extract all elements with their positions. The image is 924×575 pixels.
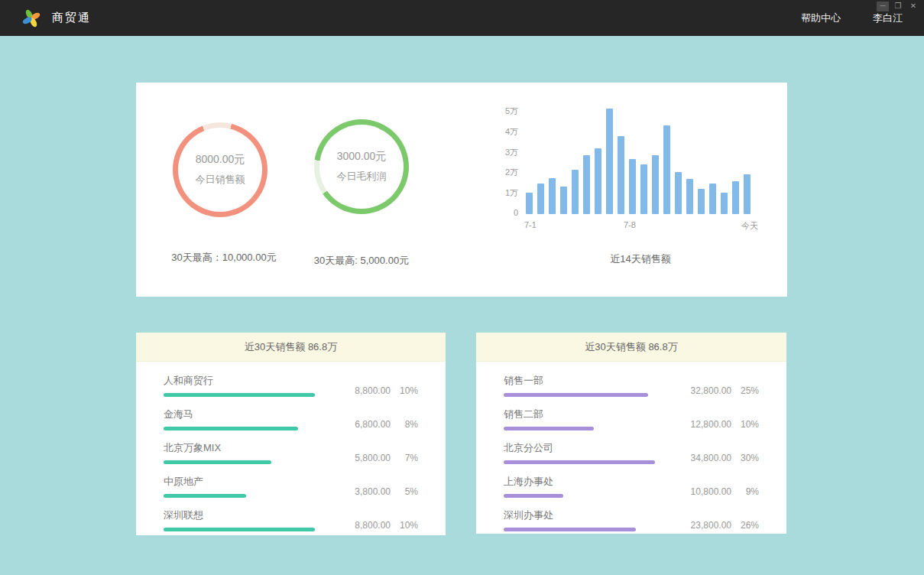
- item-progress-bar: [504, 528, 636, 531]
- item-progress-bar: [164, 528, 315, 531]
- item-percent: 9%: [731, 486, 759, 497]
- item-name: 销售二部: [504, 408, 676, 421]
- today-profit-donut: 3000.00元 今日毛利润: [314, 119, 409, 214]
- sales-bar: [572, 170, 579, 214]
- item-amount: 32,800.00: [676, 385, 731, 396]
- item-amount: 6,800.00: [336, 419, 391, 430]
- department-row: 深圳办事处23,800.0026%: [504, 508, 759, 531]
- item-amount: 8,800.00: [336, 385, 391, 396]
- minimize-button[interactable]: ─: [877, 2, 889, 11]
- department-row: 上海办事处10,800.009%: [504, 475, 759, 498]
- customer-row: 深圳联想8,800.0010%: [164, 508, 418, 531]
- item-progress-bar: [164, 393, 315, 397]
- item-percent: 30%: [731, 453, 759, 463]
- user-name-link[interactable]: 李白江: [873, 11, 903, 25]
- item-percent: 25%: [731, 385, 759, 396]
- item-name: 销售一部: [504, 374, 676, 388]
- x-tick: 今天: [741, 220, 758, 232]
- sales-bar: [721, 193, 728, 214]
- sales-bar: [537, 184, 544, 214]
- item-progress-bar: [164, 494, 246, 498]
- sales-bar: [618, 136, 624, 214]
- item-amount: 34,800.00: [676, 453, 731, 463]
- sales-bar: [663, 125, 670, 214]
- sales-bar: [732, 181, 739, 214]
- today-sales-value: 8000.00元: [196, 153, 245, 167]
- department-row: 北京分公司34,800.0030%: [504, 441, 759, 464]
- chart-x-axis: 7-1 7-8 今天: [526, 220, 755, 237]
- today-profit-donut-block: 3000.00元 今日毛利润: [314, 119, 409, 214]
- item-name: 北京万象MIX: [164, 441, 336, 455]
- sales-bar: [744, 174, 751, 214]
- x-tick: 7-1: [524, 220, 537, 229]
- sales-14d-chart: 5万4万3万2万1万0 7-1 7-8 今天 近14天销售额: [495, 106, 755, 266]
- department-row: 销售二部12,800.0010%: [504, 408, 759, 430]
- y-tick: 2万: [505, 167, 518, 178]
- profit-30d-max: 30天最高: 5,000.00元: [274, 254, 449, 268]
- x-tick: 7-8: [624, 220, 636, 229]
- sales-bar: [652, 155, 659, 214]
- titlebar: 商贸通 帮助中心 李白江: [0, 0, 924, 36]
- item-name: 深圳联想: [164, 508, 336, 522]
- customer-row: 中原地产3,800.005%: [164, 475, 418, 498]
- close-button[interactable]: ✕: [907, 2, 919, 11]
- sales-bar: [583, 155, 590, 214]
- y-tick: 3万: [505, 147, 518, 158]
- today-profit-value: 3000.00元: [337, 150, 387, 164]
- customers-list: 人和商贸行8,800.0010%金海马6,800.008%北京万象MIX5,80…: [136, 362, 446, 531]
- customer-row: 人和商贸行8,800.0010%: [164, 374, 418, 397]
- item-percent: 5%: [391, 486, 418, 497]
- item-name: 北京分公司: [504, 441, 676, 455]
- item-amount: 5,800.00: [336, 453, 391, 463]
- sales-bar: [629, 159, 636, 214]
- summary-card: 8000.00元 今日销售额 30天最高：10,000.00元 3000.00元…: [136, 83, 787, 297]
- item-name: 深圳办事处: [504, 508, 676, 522]
- item-percent: 10%: [731, 419, 759, 430]
- sales-bar: [640, 164, 647, 214]
- today-sales-label: 今日销售额: [196, 173, 245, 187]
- item-progress-bar: [504, 494, 563, 498]
- sales-bar: [709, 184, 716, 214]
- item-amount: 10,800.00: [676, 486, 731, 497]
- sales-bar: [526, 193, 533, 214]
- item-percent: 10%: [391, 520, 418, 531]
- app-logo-icon: [21, 8, 41, 28]
- today-sales-donut: 8000.00元 今日销售额: [173, 122, 267, 217]
- customers-sales-card: 近30天销售额 86.8万 人和商贸行8,800.0010%金海马6,800.0…: [136, 333, 446, 535]
- item-progress-bar: [164, 460, 271, 464]
- help-center-link[interactable]: 帮助中心: [801, 11, 841, 25]
- departments-list: 销售一部32,800.0025%销售二部12,800.0010%北京分公司34,…: [476, 362, 786, 531]
- sales-bar: [675, 172, 682, 214]
- item-name: 上海办事处: [504, 475, 676, 489]
- item-percent: 8%: [391, 419, 418, 430]
- customer-row: 金海马6,800.008%: [164, 408, 418, 430]
- item-progress-bar: [504, 460, 655, 464]
- item-amount: 8,800.00: [336, 520, 391, 531]
- today-sales-donut-block: 8000.00元 今日销售额: [173, 122, 267, 217]
- y-tick: 1万: [505, 187, 518, 199]
- sales-bar: [606, 109, 613, 214]
- item-amount: 3,800.00: [336, 486, 391, 497]
- maximize-button[interactable]: ❐: [892, 2, 904, 11]
- item-name: 中原地产: [164, 475, 336, 489]
- departments-sales-card: 近30天销售额 86.8万 销售一部32,800.0025%销售二部12,800…: [476, 333, 786, 534]
- sales-bar: [560, 187, 567, 214]
- window-controls: ─ ❐ ✕: [877, 2, 919, 11]
- y-tick: 0: [514, 208, 518, 217]
- customer-row: 北京万象MIX5,800.007%: [164, 441, 418, 464]
- y-tick: 5万: [505, 106, 518, 117]
- item-name: 金海马: [164, 408, 336, 421]
- item-progress-bar: [164, 427, 298, 430]
- y-tick: 4万: [505, 126, 518, 138]
- sales-bar: [686, 179, 693, 214]
- customers-card-title: 近30天销售额 86.8万: [136, 333, 446, 362]
- sales-bar: [698, 189, 705, 214]
- item-amount: 12,800.00: [676, 419, 731, 430]
- chart-bars: [526, 109, 755, 214]
- item-name: 人和商贸行: [164, 374, 336, 388]
- sales-bar: [595, 148, 601, 214]
- departments-card-title: 近30天销售额 86.8万: [476, 333, 786, 362]
- item-progress-bar: [504, 393, 648, 397]
- item-percent: 10%: [391, 385, 418, 396]
- item-percent: 7%: [391, 453, 418, 463]
